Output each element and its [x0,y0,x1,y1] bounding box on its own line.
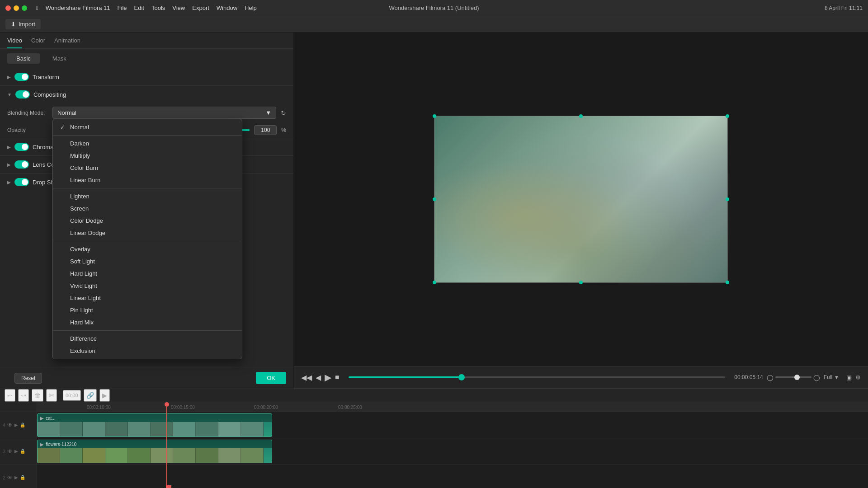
track-eye-4[interactable]: 👁 [7,422,13,428]
scrubber[interactable] [349,376,726,378]
blend-option-color-burn[interactable]: Color Burn [53,162,242,174]
chroma-key-arrow[interactable]: ▶ [7,145,11,150]
tab-animation[interactable]: Animation [54,37,80,48]
stop-button[interactable]: ■ [335,373,340,381]
handle-mr[interactable] [726,197,729,201]
ok-button[interactable]: OK [256,372,286,384]
track-lock-2[interactable]: 🔒 [20,475,25,480]
lens-toggle[interactable] [14,160,29,169]
opacity-value-input[interactable] [254,125,277,135]
settings-icon[interactable]: ⚙ [855,374,861,381]
timeline-tool-delete[interactable]: 🗑 [32,389,43,402]
menu-help[interactable]: Help [245,5,257,11]
clip-flowers[interactable]: ▶ flowers-112210 [37,440,272,463]
blend-option-exclusion[interactable]: Exclusion [53,345,242,357]
drop-shadow-arrow[interactable]: ▶ [7,180,11,185]
playback-bar: ◀◀ ◀ ▶ ■ 00:00:05:14 ◯ ◯ [294,366,868,389]
handle-tl[interactable] [433,114,436,118]
play-button[interactable]: ▶ [325,372,331,383]
menu-app[interactable]: Wondershare Filmora 11 [46,5,110,11]
clip-flowers-thumbs [38,448,272,463]
blend-option-color-dodge[interactable]: Color Dodge [53,215,242,227]
blend-option-pin-light[interactable]: Pin Light [53,304,242,316]
blend-option-linear-burn[interactable]: Linear Burn [53,174,242,186]
lens-arrow[interactable]: ▶ [7,162,11,167]
import-button[interactable]: ⬇ Import [5,19,41,29]
track-lock-4[interactable]: 🔒 [20,422,25,427]
blend-option-linear-dodge[interactable]: Linear Dodge [53,227,242,239]
track-vis-2[interactable]: ▶ [14,475,18,480]
blend-option-darken[interactable]: Darken [53,137,242,150]
track-lock-3[interactable]: 🔒 [20,449,25,454]
divider-1 [53,135,242,136]
blend-option-linear-light[interactable]: Linear Light [53,292,242,304]
clip-cat[interactable]: ▶ cat... [37,413,272,437]
maximize-button[interactable] [22,5,27,11]
handle-bm[interactable] [579,281,583,284]
clip-cat-thumbs [38,422,272,437]
blend-option-overlay[interactable]: Overlay [53,243,242,255]
thumb-9 [218,422,241,437]
blend-option-hard-mix[interactable]: Hard Mix [53,316,242,328]
drop-shadow-toggle[interactable] [14,178,29,186]
blending-reset-icon[interactable]: ↻ [281,109,286,117]
reset-button[interactable]: Reset [14,373,42,384]
scrubber-thumb[interactable] [458,374,465,380]
timeline-tool-link[interactable]: 🔗 [84,389,97,402]
blend-option-difference[interactable]: Difference [53,333,242,345]
handle-ml[interactable] [433,197,436,201]
menu-apple[interactable]:  [36,5,38,11]
timeline-tool-redo[interactable]: ⤻ [18,389,29,402]
rewind-button[interactable]: ◀◀ [301,373,312,382]
fl-thumb-8 [196,448,218,463]
timeline-tool-audio[interactable]: ▶ [99,389,110,402]
tab-color[interactable]: Color [31,37,45,48]
blend-option-hard-light[interactable]: Hard Light [53,267,242,280]
zoom-in-icon[interactable]: ◯ [813,374,820,381]
transform-arrow[interactable]: ▶ [7,75,11,80]
timeline-tool-cut[interactable]: ✄ [46,389,57,402]
transform-toggle[interactable] [14,73,29,81]
traffic-lights [5,5,27,11]
zoom-slider[interactable] [775,376,811,378]
menu-export[interactable]: Export [192,5,209,11]
compositing-toggle[interactable] [15,90,30,99]
tab-video[interactable]: Video [7,37,22,48]
screenshot-icon[interactable]: ▣ [846,374,852,381]
blend-option-screen[interactable]: Screen [53,202,242,215]
zoom-chevron-icon[interactable]: ▼ [834,375,839,380]
timeline-tool-undo[interactable]: ⤺ [5,389,15,402]
handle-br[interactable] [726,281,729,284]
menu-edit[interactable]: Edit [134,5,144,11]
track-eye-2[interactable]: 👁 [7,474,13,481]
sub-tab-mask[interactable]: Mask [43,53,75,64]
zoom-thumb[interactable] [794,375,800,380]
blending-menu: ✓ Normal Darken Multiply [52,119,242,359]
minimize-button[interactable] [14,5,19,11]
handle-bl[interactable] [433,281,436,284]
close-button[interactable] [5,5,11,11]
menu-window[interactable]: Window [217,5,237,11]
blend-option-soft-light[interactable]: Soft Light [53,255,242,267]
menu-file[interactable]: File [118,5,127,11]
blend-option-normal[interactable]: ✓ Normal [53,121,242,133]
handle-tm[interactable] [579,114,583,118]
handle-tr[interactable] [726,114,729,118]
window-title: Wondershare Filmora 11 (Untitled) [389,5,479,11]
step-back-button[interactable]: ◀ [316,373,321,382]
menu-view[interactable]: View [172,5,185,11]
chroma-key-toggle[interactable] [14,143,29,151]
timeline-ruler: 00:00:10:00 00:00:15:00 00:00:20:00 00:0… [37,402,868,412]
track-vis-4[interactable]: ▶ [14,422,18,427]
blend-option-multiply[interactable]: Multiply [53,150,242,162]
compositing-section: ▼ Compositing [0,86,293,103]
compositing-arrow[interactable]: ▼ [7,92,12,97]
track-eye-3[interactable]: 👁 [7,448,13,455]
blend-option-vivid-light[interactable]: Vivid Light [53,280,242,292]
blend-option-lighten[interactable]: Lighten [53,190,242,202]
sub-tab-basic[interactable]: Basic [7,53,40,64]
menu-tools[interactable]: Tools [151,5,165,11]
zoom-out-icon[interactable]: ◯ [767,374,774,381]
blending-dropdown[interactable]: Normal ▼ [52,107,276,119]
track-vis-3[interactable]: ▶ [14,449,18,454]
